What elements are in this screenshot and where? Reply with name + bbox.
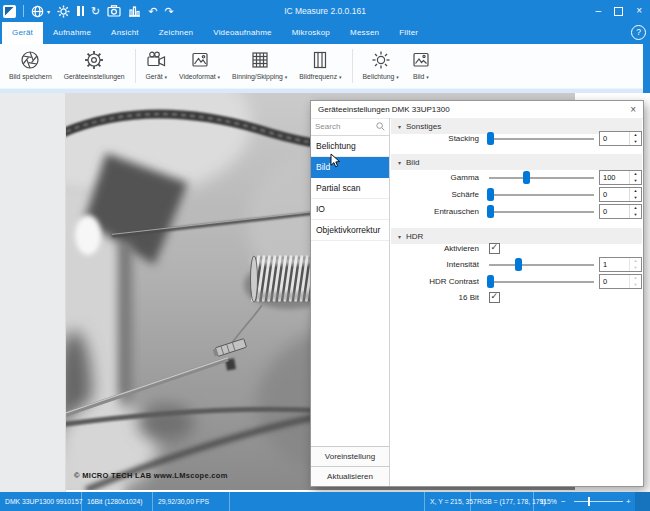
- dialog-nav-panel: Search Belichtung Bild Partial scan IO O…: [311, 118, 390, 486]
- check-icon: ✓: [491, 242, 499, 252]
- canvas-margin: [0, 93, 66, 492]
- save-image-button[interactable]: Bild speichern: [3, 44, 58, 88]
- preset-button[interactable]: Voreinstellung: [311, 446, 389, 466]
- statusbar-shade: [635, 492, 650, 511]
- search-input[interactable]: Search: [311, 118, 389, 136]
- device-settings-button[interactable]: Geräteeinstellungen: [58, 44, 131, 88]
- dropdown-caret-icon: ▾: [165, 74, 168, 80]
- window-title: IC Measure 2.0.0.161: [0, 0, 650, 22]
- dropdown-caret-icon: ▾: [426, 74, 429, 80]
- minimize-button[interactable]: –: [596, 6, 602, 16]
- menu-tab-aufnahme[interactable]: Aufnahme: [43, 22, 101, 44]
- collapse-icon: ▾: [398, 123, 401, 130]
- hdr-contrast-slider[interactable]: [489, 281, 594, 283]
- binning-skipping-button[interactable]: Binning/Skipping▾: [226, 44, 293, 88]
- toolbar-divider: [135, 49, 136, 83]
- device-button[interactable]: Gerät▾: [140, 44, 174, 88]
- toolbar-divider: [352, 49, 353, 83]
- spin-down-icon: ▼: [630, 282, 641, 289]
- menu-tab-ansicht[interactable]: Ansicht: [101, 22, 149, 44]
- nav-item-partial-scan[interactable]: Partial scan: [311, 178, 389, 199]
- gamma-slider[interactable]: [489, 177, 594, 179]
- mouse-cursor: [330, 153, 342, 169]
- schaerfe-slider[interactable]: [489, 194, 594, 196]
- gamma-slider-thumb[interactable]: [523, 171, 530, 184]
- tool-label: Geräteeinstellungen: [64, 73, 125, 80]
- stacking-slider[interactable]: [489, 138, 594, 140]
- tool-label: Bildfrequenz▾: [299, 73, 341, 80]
- bit16-row: 16 Bit ✓: [390, 290, 643, 305]
- nav-item-bild[interactable]: Bild: [311, 157, 389, 178]
- status-rgb: RGB = (177, 178, 179): [477, 492, 546, 511]
- spinner-arrows[interactable]: ▲▼: [629, 171, 641, 184]
- help-icon[interactable]: ?: [631, 25, 646, 40]
- maximize-button[interactable]: [614, 7, 623, 16]
- menu-tab-mikroskop[interactable]: Mikroskop: [282, 22, 340, 44]
- intensitaet-slider-thumb[interactable]: [515, 258, 522, 271]
- gamma-spinbox[interactable]: 100 ▲▼: [599, 170, 642, 185]
- grid-icon: [250, 49, 270, 70]
- zoom-in-button[interactable]: +: [626, 492, 631, 511]
- intensitaet-slider[interactable]: [489, 264, 594, 266]
- spin-down-icon: ▼: [630, 212, 641, 219]
- hdr-contrast-spinbox[interactable]: 0 ▲▼: [599, 274, 642, 289]
- stacking-spinbox[interactable]: 0 ▲▼: [599, 131, 642, 146]
- stacking-slider-thumb[interactable]: [487, 132, 494, 145]
- hdr-contrast-row: HDR Contrast 0 ▲▼: [390, 273, 643, 290]
- dropdown-caret-icon: ▾: [396, 74, 399, 80]
- nav-item-belichtung[interactable]: Belichtung: [311, 136, 389, 157]
- frame-rate-button[interactable]: Bildfrequenz▾: [293, 44, 347, 88]
- exposure-button[interactable]: Belichtung▾: [357, 44, 405, 88]
- spinner-arrows[interactable]: ▲▼: [629, 205, 641, 218]
- menu-tab-geraet[interactable]: Gerät: [2, 22, 43, 44]
- menu-tab-videoaufnahme[interactable]: Videoaufnahme: [203, 22, 282, 44]
- image-button[interactable]: Bild▾: [405, 44, 437, 88]
- nav-item-objektivkorrektur[interactable]: Objektivkorrektur: [311, 220, 389, 241]
- spinner-arrows[interactable]: ▲▼: [629, 132, 641, 145]
- dialog-close-icon[interactable]: ×: [630, 105, 636, 115]
- spin-down-icon: ▼: [630, 265, 641, 272]
- dialog-title-bar[interactable]: Geräteeinstellungen DMK 33UP1300 ×: [311, 101, 643, 119]
- zoom-out-button[interactable]: −: [561, 492, 566, 511]
- window-controls: – ×: [596, 0, 642, 22]
- aktivieren-checkbox[interactable]: ✓: [489, 243, 500, 254]
- schaerfe-slider-thumb[interactable]: [487, 188, 494, 201]
- zoom-slider[interactable]: [574, 501, 623, 502]
- status-format: 16Bit (1280x1024): [87, 492, 143, 511]
- entrauschen-slider[interactable]: [489, 211, 594, 213]
- update-button[interactable]: Aktualisieren: [311, 466, 389, 486]
- schaerfe-spinbox[interactable]: 0 ▲▼: [599, 187, 642, 202]
- tool-label: Binning/Skipping▾: [232, 73, 287, 80]
- bit16-checkbox[interactable]: ✓: [489, 292, 500, 303]
- watermark-text: © MICRO TECH LAB www.LMscope.com: [74, 471, 228, 480]
- device-settings-dialog: Geräteeinstellungen DMK 33UP1300 × Searc…: [310, 100, 644, 487]
- spinner-arrows[interactable]: ▲▼: [629, 188, 641, 201]
- hdr-contrast-slider-thumb[interactable]: [487, 275, 494, 288]
- search-icon: [376, 122, 385, 131]
- gamma-row: Gamma 100 ▲▼: [390, 169, 643, 186]
- close-button[interactable]: ×: [636, 6, 642, 16]
- stacking-row: Stacking 0 ▲▼: [390, 130, 643, 147]
- zoom-slider-thumb[interactable]: [588, 497, 590, 506]
- video-format-button[interactable]: Videoformat▾: [173, 44, 226, 88]
- status-device: DMK 33UP1300 9910157: [5, 492, 82, 511]
- menu-tab-zeichnen[interactable]: Zeichnen: [149, 22, 204, 44]
- dialog-settings-panel: ▾ Sonstiges Stacking 0 ▲▼ ▾ Bild Gamma: [390, 118, 643, 486]
- intensitaet-row: Intensität 1 ▲▼: [390, 256, 643, 273]
- ribbon-right-edge: [643, 44, 650, 93]
- dropdown-caret-icon: ▾: [285, 74, 288, 80]
- section-header-bild[interactable]: ▾ Bild: [391, 154, 642, 170]
- nav-item-io[interactable]: IO: [311, 199, 389, 220]
- nav-spacer: [311, 241, 389, 446]
- spin-down-icon: ▼: [630, 178, 641, 185]
- menu-tab-filter[interactable]: Filter: [389, 22, 428, 44]
- intensitaet-spinbox[interactable]: 1 ▲▼: [599, 257, 642, 272]
- spin-down-icon: ▼: [630, 195, 641, 202]
- sun-icon: [371, 49, 391, 70]
- dialog-title: Geräteeinstellungen DMK 33UP1300: [318, 105, 450, 114]
- spinner-arrows: ▲▼: [629, 258, 641, 271]
- entrauschen-slider-thumb[interactable]: [487, 205, 494, 218]
- menu-tab-messen[interactable]: Messen: [340, 22, 389, 44]
- video-camera-icon: [146, 49, 167, 70]
- entrauschen-spinbox[interactable]: 0 ▲▼: [599, 204, 642, 219]
